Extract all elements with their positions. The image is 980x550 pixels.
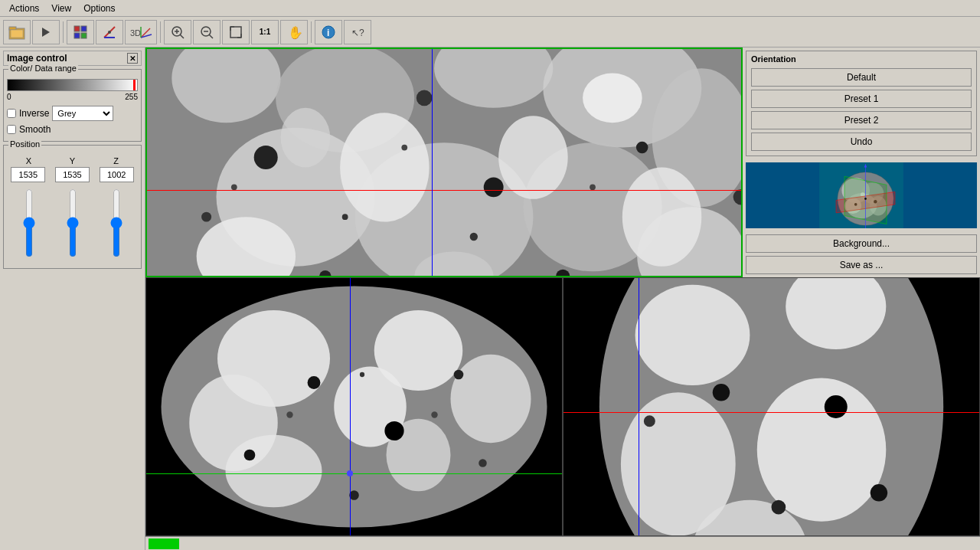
main-layout: Image control ✕ Color/ Data range 0 255 … bbox=[0, 47, 980, 550]
view-top-row: Orientation Default Preset 1 Preset 2 Un… bbox=[145, 47, 980, 277]
color-range-labels: 0 255 bbox=[7, 93, 138, 101]
svg-text:3D: 3D bbox=[130, 28, 141, 38]
menu-actions[interactable]: Actions bbox=[3, 2, 45, 15]
smooth-row: Smooth bbox=[7, 124, 138, 135]
svg-point-54 bbox=[281, 108, 331, 168]
open-folder-btn[interactable] bbox=[3, 20, 31, 44]
svg-rect-2 bbox=[11, 30, 23, 38]
menu-options[interactable]: Options bbox=[77, 2, 121, 15]
panel-title: Image control bbox=[7, 53, 67, 64]
undo-btn[interactable]: Undo bbox=[751, 133, 972, 151]
z-label: Z bbox=[99, 156, 133, 165]
colormap-select[interactable]: Grey Hot Cool Jet bbox=[52, 106, 113, 121]
bottom-left-viewport[interactable] bbox=[145, 277, 563, 536]
default-orientation-btn[interactable]: Default bbox=[751, 68, 972, 87]
svg-point-104 bbox=[871, 484, 887, 501]
svg-point-45 bbox=[201, 212, 211, 222]
image-control-panel: Image control ✕ Color/ Data range 0 255 … bbox=[0, 47, 145, 550]
x-input[interactable]: 1535 bbox=[11, 167, 45, 182]
svg-point-98 bbox=[757, 378, 887, 522]
color-section: Color/ Data range 0 255 Inverse Grey Hot… bbox=[3, 69, 142, 142]
svg-point-89 bbox=[349, 490, 359, 500]
orientation-panel: Orientation Default Preset 1 Preset 2 Un… bbox=[743, 47, 980, 277]
x-slider[interactable] bbox=[21, 188, 37, 257]
inverse-label: Inverse bbox=[19, 108, 49, 119]
z-slider[interactable] bbox=[109, 188, 124, 257]
svg-point-101 bbox=[825, 395, 848, 418]
sep3 bbox=[311, 21, 312, 43]
menu-view[interactable]: View bbox=[45, 2, 77, 15]
save-as-btn[interactable]: Save as ... bbox=[746, 256, 977, 274]
orientation-title: Orientation bbox=[748, 53, 975, 65]
preset2-btn[interactable]: Preset 2 bbox=[751, 111, 972, 129]
svg-point-56 bbox=[231, 184, 237, 190]
svg-point-43 bbox=[416, 90, 433, 106]
svg-point-60 bbox=[401, 145, 407, 151]
svg-point-52 bbox=[622, 167, 701, 266]
view-area: Orientation Default Preset 1 Preset 2 Un… bbox=[145, 47, 980, 550]
svg-point-58 bbox=[590, 184, 596, 190]
axes-3d-btn[interactable]: 3D bbox=[125, 20, 157, 44]
play-btn[interactable] bbox=[32, 20, 60, 44]
zoom-out-btn[interactable] bbox=[193, 20, 220, 44]
view-bottom-row bbox=[145, 277, 980, 536]
1to1-btn[interactable]: 1:1 bbox=[251, 20, 279, 44]
svg-point-86 bbox=[454, 370, 464, 380]
x-slider-container bbox=[18, 188, 41, 257]
1to1-label: 1:1 bbox=[260, 28, 270, 36]
main-viewport[interactable] bbox=[145, 47, 743, 277]
svg-point-57 bbox=[470, 233, 478, 241]
orientation-box: Orientation Default Preset 1 Preset 2 Un… bbox=[746, 51, 977, 156]
svg-text:i: i bbox=[327, 28, 329, 38]
inverse-row: Inverse Grey Hot Cool Jet bbox=[7, 106, 138, 121]
svg-point-92 bbox=[431, 411, 437, 417]
bottom-left-image bbox=[146, 278, 562, 535]
pan-btn[interactable]: ✋ bbox=[280, 20, 308, 44]
toolbar: 3D 1:1 ✋ i ↖? bbox=[0, 17, 980, 47]
y-input[interactable]: 1535 bbox=[55, 167, 90, 182]
color-range-marker bbox=[133, 80, 136, 90]
svg-rect-1 bbox=[9, 27, 16, 30]
grid-btn[interactable] bbox=[67, 20, 94, 44]
color-range-bar[interactable] bbox=[7, 79, 138, 91]
smooth-label: Smooth bbox=[19, 124, 51, 135]
pointer-help-btn[interactable]: ↖? bbox=[344, 20, 371, 44]
orientation-3d-view[interactable] bbox=[746, 162, 977, 228]
svg-point-42 bbox=[484, 177, 504, 197]
svg-point-95 bbox=[635, 285, 750, 385]
svg-point-50 bbox=[498, 116, 568, 199]
svg-text:↖?: ↖? bbox=[351, 28, 364, 38]
svg-point-82 bbox=[226, 435, 322, 508]
y-label: Y bbox=[55, 156, 90, 165]
svg-point-103 bbox=[644, 415, 655, 427]
y-slider[interactable] bbox=[65, 188, 80, 257]
svg-point-100 bbox=[713, 384, 730, 401]
smooth-checkbox[interactable] bbox=[7, 125, 16, 134]
z-input[interactable]: 1002 bbox=[100, 167, 134, 182]
preset1-btn[interactable]: Preset 1 bbox=[751, 90, 972, 108]
svg-rect-5 bbox=[81, 26, 87, 31]
svg-point-79 bbox=[451, 355, 531, 444]
background-btn[interactable]: Background... bbox=[746, 234, 977, 253]
svg-text:✋: ✋ bbox=[288, 25, 302, 40]
sep2 bbox=[160, 21, 161, 43]
main-viewport-image bbox=[147, 49, 741, 276]
svg-marker-3 bbox=[42, 28, 50, 37]
svg-line-18 bbox=[180, 34, 184, 38]
bottom-right-viewport[interactable] bbox=[563, 277, 980, 536]
fit-btn[interactable] bbox=[222, 20, 250, 44]
orientation-buttons: Default Preset 1 Preset 2 Undo bbox=[748, 65, 975, 154]
axes-btn[interactable] bbox=[96, 20, 123, 44]
color-min-label: 0 bbox=[7, 93, 11, 101]
position-section-label: Position bbox=[8, 139, 41, 149]
svg-rect-4 bbox=[74, 26, 80, 31]
inverse-checkbox[interactable] bbox=[7, 109, 16, 118]
svg-point-102 bbox=[772, 500, 786, 515]
position-section: Position X Y Z 1535 1535 1002 bbox=[3, 145, 142, 269]
zoom-in-btn[interactable] bbox=[164, 20, 191, 44]
panel-close-btn[interactable]: ✕ bbox=[127, 53, 138, 64]
svg-point-91 bbox=[360, 372, 364, 377]
orientation-action-buttons: Background... Save as ... bbox=[743, 231, 980, 277]
info-btn[interactable]: i bbox=[315, 20, 342, 44]
svg-point-88 bbox=[479, 459, 487, 467]
